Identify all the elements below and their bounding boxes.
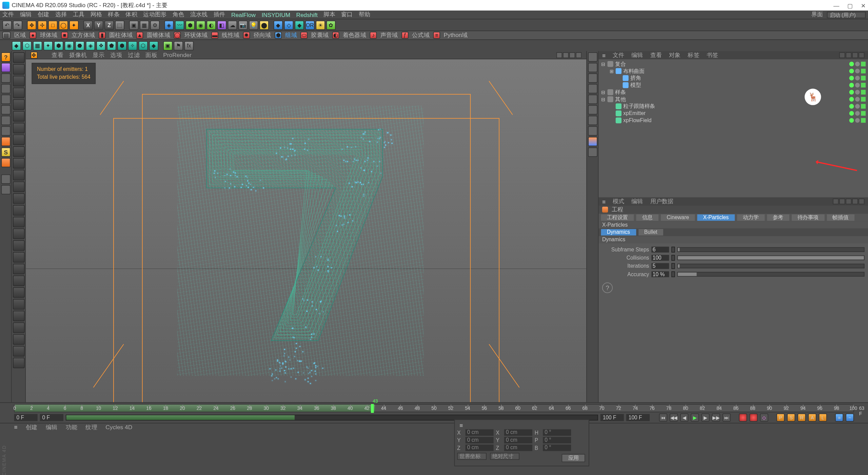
om-view[interactable]: 查看 [650,51,662,59]
object-row[interactable]: ⊟复合 [601,60,866,68]
am-fwd-icon[interactable] [839,198,845,204]
timeline-ruler[interactable]: 0246810121416182022242628303234363840424… [14,404,854,412]
timeline-window-button[interactable]: ≡ [835,414,843,422]
spinner-icon[interactable] [671,246,675,252]
spline-primitive[interactable]: 〰 [175,20,184,30]
snap-3[interactable] [13,76,25,86]
key-rot[interactable]: R [797,414,806,422]
autokey-button[interactable] [749,414,757,422]
spinner-icon[interactable] [671,254,675,260]
step-back-button[interactable]: ◀◀ [670,414,678,422]
t3-14[interactable]: ◆ [149,41,159,50]
menu-create[interactable]: 创建 [38,11,50,19]
object-row[interactable]: 模型 [601,82,866,89]
keyframe-sel-button[interactable]: ◇ [760,414,768,422]
undo-button[interactable]: ↶ [2,20,12,30]
viewport-solo[interactable] [1,174,11,184]
mm-edit[interactable]: 编辑 [46,423,58,431]
snap-mode[interactable] [1,137,11,146]
t3-8[interactable]: ◈ [86,41,95,50]
menu-volume[interactable]: 体积 [125,11,137,19]
help-mode[interactable]: ? [1,52,11,62]
t3-15[interactable]: ▣ [163,41,173,50]
t3-16[interactable]: ⚑ [174,41,183,50]
snap-16[interactable] [13,228,25,239]
om-tags[interactable]: 标签 [688,51,699,59]
vs-1[interactable] [588,52,597,62]
am-back-icon[interactable] [833,198,839,204]
snap-15[interactable] [13,217,25,227]
vs-2[interactable] [588,63,597,72]
out-frame-input[interactable]: 100 F [600,414,624,421]
am-userdata[interactable]: 用户数据 [650,197,674,206]
viewport-solo2[interactable] [1,185,11,194]
vs-7[interactable] [588,116,597,125]
snap-27[interactable] [13,358,25,368]
help-icon[interactable]: ? [602,283,613,293]
menu-mesh[interactable]: 网格 [91,11,102,19]
accuracy-slider[interactable] [677,272,864,277]
poly-mode[interactable] [1,116,11,125]
texture-mode[interactable] [1,73,11,83]
t3-11[interactable]: ⬢ [117,41,127,50]
snap-19[interactable] [13,264,25,274]
subframe-input[interactable]: 6 [651,246,669,252]
view-move-icon[interactable]: ✥ [31,51,38,58]
iterations-input[interactable]: 5 [651,263,669,269]
snap-10[interactable] [13,158,25,169]
iterations-slider[interactable] [677,263,864,268]
attr-subtab[interactable]: Dynamics [601,229,636,235]
coord-space-dropdown[interactable]: 世界坐标 [457,453,487,460]
object-row[interactable]: ⊟样条 [601,89,866,96]
t3-3[interactable]: ▦ [33,41,42,50]
menu-redshift[interactable]: Redshift [296,12,318,18]
menu-tools[interactable]: 工具 [73,11,85,19]
am-new-icon[interactable] [859,198,864,204]
attr-subtab[interactable]: Bullet [638,229,663,235]
point-mode[interactable] [1,95,11,104]
frame-back-button[interactable]: ◀ [680,414,688,422]
step-fwd-button[interactable]: ▶▶ [712,414,720,422]
t3-fx[interactable]: fx [184,41,194,50]
snap-18[interactable] [13,252,25,263]
field-3[interactable]: 圆柱体域 [109,31,133,39]
spinner-icon[interactable] [671,263,675,269]
fx-icon[interactable]: ✿ [326,20,336,30]
menu-spline[interactable]: 样条 [108,11,120,19]
attr-tab[interactable]: 参考 [767,214,789,221]
t3-7[interactable]: ⬣ [75,41,85,50]
snap-7[interactable] [13,123,25,133]
goto-end-button[interactable]: ⏭ [723,414,731,422]
rotate-tool[interactable]: ◯ [59,20,68,30]
view-menu-panel[interactable]: 面板 [145,51,157,59]
record-button[interactable] [739,414,747,422]
or-icon[interactable]: OR [305,20,315,30]
environment-primitive[interactable]: ☁ [228,20,237,30]
scale-tool[interactable]: □ [48,20,58,30]
snap-6[interactable] [13,111,25,121]
generator-primitive[interactable]: ⬢ [185,20,195,30]
deformer-primitive[interactable]: ◧ [217,20,226,30]
layout-dropdown[interactable]: 启动 (用户) [827,12,866,18]
om-object[interactable]: 对象 [669,51,681,59]
field-13[interactable]: Python域 [444,31,468,39]
menu-pipeline[interactable]: 流水线 [190,11,208,19]
redo-button[interactable]: ↷ [13,20,22,30]
cube-primitive[interactable]: ◈ [164,20,174,30]
workplane-mode[interactable] [1,84,11,94]
object-tree[interactable]: 🦌 ⊟复合⊞布料曲面挤角模型⊟样条⊟其他粒子跟随样条xpEmitterxpFlo… [599,59,868,197]
object-row[interactable]: ⊟其他 [601,96,866,103]
xp3-icon[interactable]: ◆ [295,20,304,30]
menu-realflow[interactable]: RealFlow [231,12,256,18]
key-param[interactable]: A [808,414,816,422]
t3-12[interactable]: ✧ [128,41,137,50]
snap-5[interactable] [13,99,25,110]
subdivision-primitive[interactable]: ◉ [196,20,205,30]
tag-icon[interactable]: ⬤ [259,20,269,30]
menu-select[interactable]: 选择 [55,11,67,19]
field-10[interactable]: 着色器域 [343,31,366,39]
goto-start-button[interactable]: ⏮ [659,414,667,422]
edge-mode[interactable] [1,105,11,115]
view-zoom-icon[interactable] [563,52,569,58]
t3-4[interactable]: ✦ [43,41,53,50]
